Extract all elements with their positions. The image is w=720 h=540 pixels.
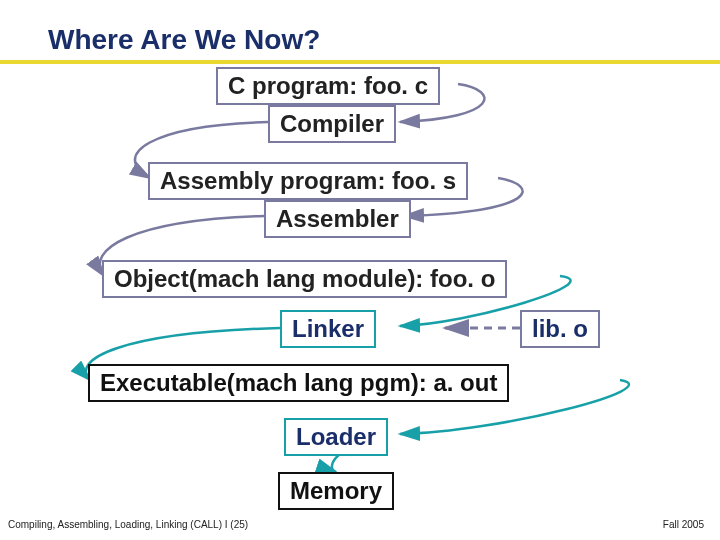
stage-lib: lib. o	[520, 310, 600, 348]
footer-left: Compiling, Assembling, Loading, Linking …	[8, 519, 248, 530]
stage-compiler: Compiler	[268, 105, 396, 143]
stage-c-program: C program: foo. c	[216, 67, 440, 105]
slide-title: Where Are We Now?	[48, 24, 320, 56]
stage-object: Object(mach lang module): foo. o	[102, 260, 507, 298]
footer-right: Fall 2005	[663, 519, 704, 530]
slide: Where Are We Now? C program: foo. c Com	[0, 0, 720, 540]
stage-assembler: Assembler	[264, 200, 411, 238]
stage-executable: Executable(mach lang pgm): a. out	[88, 364, 509, 402]
stage-linker: Linker	[280, 310, 376, 348]
stage-asm-prog: Assembly program: foo. s	[148, 162, 468, 200]
stage-memory: Memory	[278, 472, 394, 510]
stage-loader: Loader	[284, 418, 388, 456]
title-underline	[0, 60, 720, 64]
